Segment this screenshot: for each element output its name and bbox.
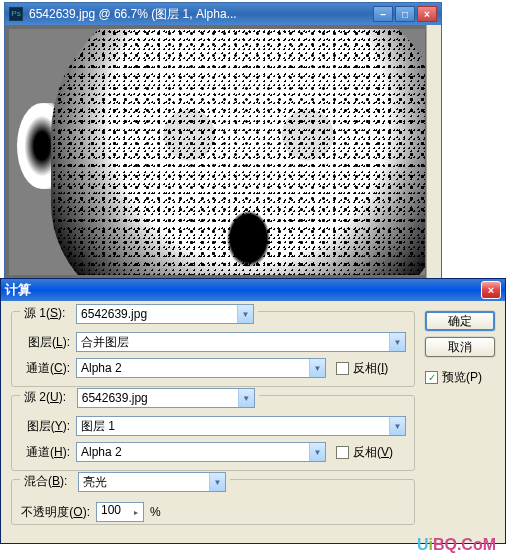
- hotkey: B: [52, 474, 60, 488]
- image-region: [51, 29, 425, 275]
- vertical-scrollbar[interactable]: [426, 25, 441, 279]
- source1-invert-checkbox[interactable]: 反相(I): [336, 360, 388, 377]
- blend-legend: 混合(B): 亮光 ▼: [20, 472, 230, 492]
- checkbox-label: 反相(I): [353, 360, 388, 377]
- label-text: 反相(: [353, 445, 381, 459]
- hotkey: H: [54, 445, 63, 459]
- combo-value: 6542639.jpg: [78, 391, 238, 405]
- label-text: ):: [63, 419, 70, 433]
- opacity-input[interactable]: 100 ▸: [96, 502, 144, 522]
- watermark: UiBQ.CoM: [417, 536, 496, 554]
- watermark-text: BQ.CoM: [433, 536, 496, 553]
- document-title: 6542639.jpg @ 66.7% (图层 1, Alpha...: [29, 6, 373, 23]
- minimize-button[interactable]: –: [373, 6, 393, 22]
- label-text: 通道(: [26, 445, 54, 459]
- label-text: ):: [63, 445, 70, 459]
- chevron-right-icon: ▸: [129, 503, 143, 521]
- hotkey: V: [381, 445, 389, 459]
- dialog-title: 计算: [5, 281, 481, 299]
- source2-channel-combo[interactable]: Alpha 2 ▼: [76, 442, 326, 462]
- checkbox-label: 反相(V): [353, 444, 393, 461]
- label-text: 反相(: [353, 361, 381, 375]
- checkbox-label: 预览(P): [442, 369, 482, 386]
- window-controls: – □ ×: [373, 6, 437, 22]
- checkbox-icon: [336, 362, 349, 375]
- channel-preview-image: [9, 29, 425, 275]
- source1-layer-label: 图层(L):: [20, 334, 70, 351]
- maximize-button[interactable]: □: [395, 6, 415, 22]
- hotkey: C: [54, 361, 63, 375]
- document-canvas[interactable]: [9, 29, 425, 275]
- combo-value: 6542639.jpg: [77, 307, 237, 321]
- dialog-close-button[interactable]: ×: [481, 281, 501, 299]
- label-text: ):: [60, 474, 67, 488]
- hotkey: O: [73, 505, 82, 519]
- combo-value: 图层 1: [77, 418, 389, 435]
- combo-value: Alpha 2: [77, 445, 309, 459]
- close-button[interactable]: ×: [417, 6, 437, 22]
- source1-layer-combo[interactable]: 合并图层 ▼: [76, 332, 406, 352]
- label-text: 图层(: [28, 335, 56, 349]
- combo-value: 合并图层: [77, 334, 389, 351]
- source2-invert-checkbox[interactable]: 反相(V): [336, 444, 393, 461]
- label-text: 通道(: [26, 361, 54, 375]
- input-value: 100: [101, 503, 121, 517]
- document-window: Ps 6542639.jpg @ 66.7% (图层 1, Alpha... –…: [4, 2, 442, 280]
- app-icon: Ps: [9, 7, 23, 21]
- dialog-form: 源 1(S): 6542639.jpg ▼ 图层(L): 合并图层 ▼: [11, 311, 415, 533]
- chevron-down-icon: ▼: [209, 473, 225, 491]
- label-text: ):: [63, 335, 70, 349]
- label-text: 混合(: [24, 474, 52, 488]
- watermark-text: U: [417, 536, 429, 553]
- source1-group: 源 1(S): 6542639.jpg ▼ 图层(L): 合并图层 ▼: [11, 311, 415, 387]
- calculations-dialog: 计算 × 源 1(S): 6542639.jpg ▼ 图层(L):: [0, 278, 506, 544]
- label-text: 图层(: [27, 419, 55, 433]
- preview-checkbox[interactable]: ✓ 预览(P): [425, 369, 495, 386]
- source1-file-combo[interactable]: 6542639.jpg ▼: [76, 304, 254, 324]
- chevron-down-icon: ▼: [309, 359, 325, 377]
- label-text: 源 1(: [24, 306, 50, 320]
- source1-channel-combo[interactable]: Alpha 2 ▼: [76, 358, 326, 378]
- label-text: 不透明度(: [21, 505, 73, 519]
- source2-layer-label: 图层(Y):: [20, 418, 70, 435]
- chevron-down-icon: ▼: [238, 389, 254, 407]
- hotkey: S: [50, 306, 58, 320]
- source2-legend: 源 2(U): 6542639.jpg ▼: [20, 388, 259, 408]
- cancel-button[interactable]: 取消: [425, 337, 495, 357]
- label-text: ): [389, 445, 393, 459]
- document-titlebar[interactable]: Ps 6542639.jpg @ 66.7% (图层 1, Alpha... –…: [5, 3, 441, 25]
- blend-group: 混合(B): 亮光 ▼ 不透明度(O): 100 ▸ %: [11, 479, 415, 525]
- hotkey: L: [56, 335, 63, 349]
- blend-mode-combo[interactable]: 亮光 ▼: [78, 472, 226, 492]
- hotkey: U: [50, 390, 59, 404]
- label-text: 源 2(: [24, 390, 50, 404]
- combo-value: Alpha 2: [77, 361, 309, 375]
- source2-group: 源 2(U): 6542639.jpg ▼ 图层(Y): 图层 1 ▼: [11, 395, 415, 471]
- source2-file-combo[interactable]: 6542639.jpg ▼: [77, 388, 255, 408]
- percent-label: %: [150, 505, 161, 519]
- opacity-label: 不透明度(O):: [20, 504, 90, 521]
- chevron-down-icon: ▼: [389, 333, 405, 351]
- source2-channel-label: 通道(H):: [20, 444, 70, 461]
- source1-legend: 源 1(S): 6542639.jpg ▼: [20, 304, 258, 324]
- hotkey: Y: [55, 419, 63, 433]
- source2-layer-combo[interactable]: 图层 1 ▼: [76, 416, 406, 436]
- dialog-titlebar[interactable]: 计算 ×: [1, 279, 505, 301]
- label-text: ):: [63, 361, 70, 375]
- dialog-body: 源 1(S): 6542639.jpg ▼ 图层(L): 合并图层 ▼: [1, 301, 505, 543]
- dialog-buttons: 确定 取消 ✓ 预览(P): [425, 311, 495, 533]
- label-text: ): [384, 361, 388, 375]
- chevron-down-icon: ▼: [237, 305, 253, 323]
- source1-channel-label: 通道(C):: [20, 360, 70, 377]
- ok-button[interactable]: 确定: [425, 311, 495, 331]
- combo-value: 亮光: [79, 474, 209, 491]
- chevron-down-icon: ▼: [389, 417, 405, 435]
- label-text: ):: [59, 390, 66, 404]
- label-text: ):: [58, 306, 65, 320]
- chevron-down-icon: ▼: [309, 443, 325, 461]
- checkbox-icon: [336, 446, 349, 459]
- checkbox-icon: ✓: [425, 371, 438, 384]
- label-text: ):: [83, 505, 90, 519]
